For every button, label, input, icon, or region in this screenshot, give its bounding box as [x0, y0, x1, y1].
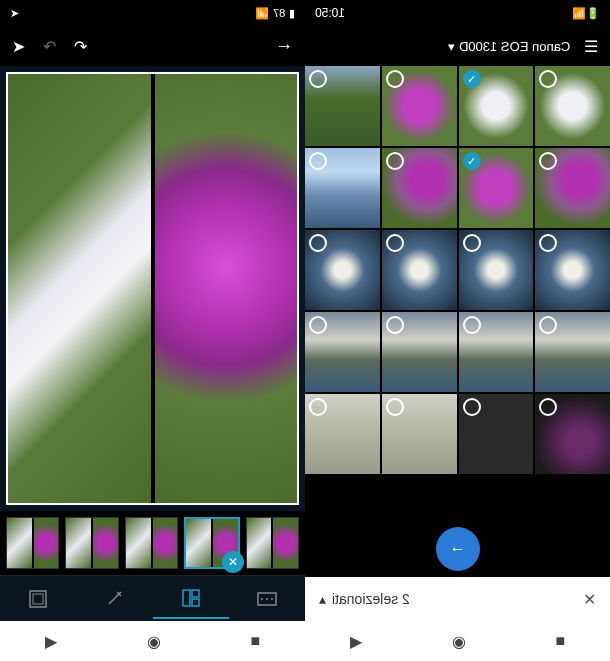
gallery-title-dropdown[interactable]: ▾ Canon EOS 1300D: [448, 39, 570, 54]
gallery-title-text: Canon EOS 1300D: [459, 39, 570, 54]
back-fab[interactable]: ←: [436, 527, 480, 571]
tool-frame[interactable]: [0, 580, 76, 618]
select-circle-icon[interactable]: [539, 234, 557, 252]
tool-wand[interactable]: [76, 580, 152, 618]
template-2[interactable]: [65, 517, 118, 569]
select-circle-icon[interactable]: [539, 70, 557, 88]
selection-count[interactable]: ▴ 2 selezionati: [319, 591, 410, 607]
close-icon[interactable]: ✕: [583, 590, 596, 609]
select-circle-icon[interactable]: [386, 316, 404, 334]
svg-point-7: [266, 598, 268, 600]
collage-cell-right[interactable]: [155, 74, 298, 503]
select-circle-icon[interactable]: [463, 234, 481, 252]
selection-bar: ▴ 2 selezionati ✕: [305, 577, 610, 621]
photo-thumb[interactable]: [535, 66, 610, 146]
tool-aspect[interactable]: [229, 582, 305, 616]
svg-rect-2: [183, 590, 190, 606]
status-bar: 10:50 📶🔋: [305, 0, 610, 26]
select-circle-icon[interactable]: [309, 70, 327, 88]
select-circle-icon[interactable]: [539, 152, 557, 170]
photo-thumb[interactable]: [305, 394, 380, 474]
tool-tabs: [0, 575, 305, 621]
photo-thumb[interactable]: [305, 148, 380, 228]
photo-thumb[interactable]: [382, 230, 457, 310]
next-icon[interactable]: →: [275, 36, 293, 57]
tool-layout[interactable]: [153, 579, 229, 619]
arrow-left-icon: ←: [450, 540, 466, 558]
android-nav: ▶ ◉ ■: [0, 621, 305, 661]
gallery-header: ▾ Canon EOS 1300D ☰: [305, 26, 610, 66]
photo-thumb[interactable]: [305, 66, 380, 146]
share-icon[interactable]: ➤: [12, 37, 25, 56]
editor-screen: ➤ ▮ 87📶 ➤ ↶ ↷ → ✕ ▶: [0, 0, 305, 661]
photo-thumb[interactable]: [305, 312, 380, 392]
template-5[interactable]: [246, 517, 299, 569]
svg-rect-1: [33, 594, 43, 604]
status-icons: 📶🔋: [572, 7, 600, 20]
select-circle-icon[interactable]: [539, 398, 557, 416]
dropdown-icon: ▾: [448, 39, 455, 54]
select-circle-icon[interactable]: [463, 316, 481, 334]
nav-back-icon[interactable]: ▶: [350, 632, 362, 651]
select-circle-icon[interactable]: [309, 398, 327, 416]
status-bar: ➤ ▮ 87📶: [0, 0, 305, 26]
photo-thumb[interactable]: ✓: [459, 148, 534, 228]
svg-rect-4: [192, 599, 199, 606]
template-1[interactable]: [6, 517, 59, 569]
select-circle-icon[interactable]: [386, 234, 404, 252]
photo-thumb[interactable]: ✓: [459, 66, 534, 146]
expand-icon: ▴: [319, 591, 326, 607]
photo-thumb[interactable]: [382, 148, 457, 228]
select-circle-icon[interactable]: [386, 70, 404, 88]
status-right: ▮ 87📶: [255, 7, 295, 20]
collage-canvas[interactable]: [0, 66, 305, 511]
nav-home-icon[interactable]: ◉: [452, 632, 466, 651]
nav-recent-icon[interactable]: ■: [555, 632, 565, 650]
selected-check-icon[interactable]: ✓: [463, 70, 481, 88]
status-left: ➤: [10, 7, 19, 20]
select-circle-icon[interactable]: [386, 398, 404, 416]
android-nav: ▶ ◉ ■: [305, 621, 610, 661]
select-circle-icon[interactable]: [539, 316, 557, 334]
menu-icon[interactable]: ☰: [584, 37, 598, 56]
selection-count-text: 2 selezionati: [332, 591, 410, 607]
select-circle-icon[interactable]: [386, 152, 404, 170]
photo-thumb[interactable]: [535, 148, 610, 228]
share-icon: ➤: [10, 7, 19, 20]
swap-icon[interactable]: ✕: [222, 551, 244, 573]
battery-icon: ▮: [289, 7, 295, 20]
nav-back-icon[interactable]: ▶: [45, 632, 57, 651]
editor-header: ➤ ↶ ↷ →: [0, 26, 305, 66]
photo-thumb[interactable]: [535, 394, 610, 474]
redo-icon[interactable]: ↷: [74, 37, 87, 56]
battery-level: 87: [273, 7, 285, 19]
svg-point-6: [261, 598, 263, 600]
photo-grid: ✓✓: [305, 66, 610, 577]
svg-point-8: [271, 598, 273, 600]
nav-home-icon[interactable]: ◉: [147, 632, 161, 651]
select-circle-icon[interactable]: [463, 398, 481, 416]
undo-icon[interactable]: ↶: [43, 37, 56, 56]
status-time: 10:50: [315, 6, 345, 20]
photo-thumb[interactable]: [305, 230, 380, 310]
template-strip: ✕: [0, 511, 305, 575]
photo-thumb[interactable]: [459, 394, 534, 474]
photo-thumb[interactable]: [382, 394, 457, 474]
photo-thumb[interactable]: [382, 312, 457, 392]
gallery-screen: 10:50 📶🔋 ▾ Canon EOS 1300D ☰ ✓✓ ← ▴ 2 se…: [305, 0, 610, 661]
selected-check-icon[interactable]: ✓: [463, 152, 481, 170]
photo-thumb[interactable]: [535, 312, 610, 392]
collage-cell-left[interactable]: [8, 74, 151, 503]
photo-thumb[interactable]: [535, 230, 610, 310]
photo-thumb[interactable]: [459, 230, 534, 310]
template-3[interactable]: [125, 517, 178, 569]
svg-rect-3: [192, 590, 199, 597]
photo-thumb[interactable]: [459, 312, 534, 392]
svg-rect-0: [30, 591, 46, 607]
nav-recent-icon[interactable]: ■: [250, 632, 260, 650]
photo-thumb[interactable]: [382, 66, 457, 146]
select-circle-icon[interactable]: [309, 316, 327, 334]
select-circle-icon[interactable]: [309, 234, 327, 252]
select-circle-icon[interactable]: [309, 152, 327, 170]
template-4[interactable]: ✕: [184, 517, 239, 569]
